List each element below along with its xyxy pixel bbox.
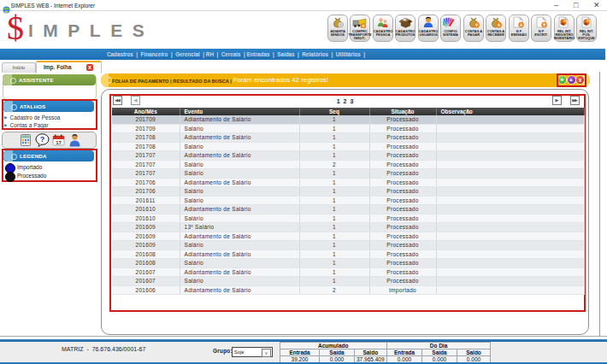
- svg-text:17: 17: [56, 140, 62, 145]
- svg-text:?: ?: [40, 135, 45, 144]
